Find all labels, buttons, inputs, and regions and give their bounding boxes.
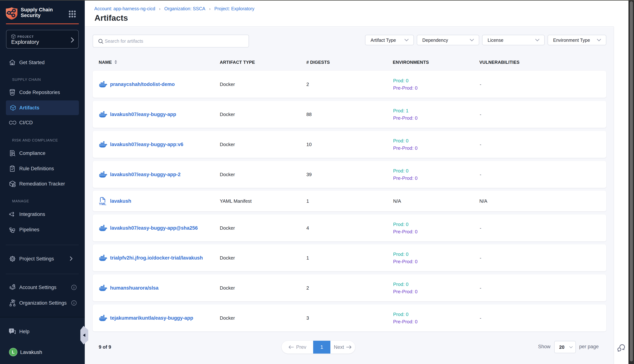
svg-text:YML: YML [99,202,106,206]
svg-text:?: ? [11,329,12,332]
